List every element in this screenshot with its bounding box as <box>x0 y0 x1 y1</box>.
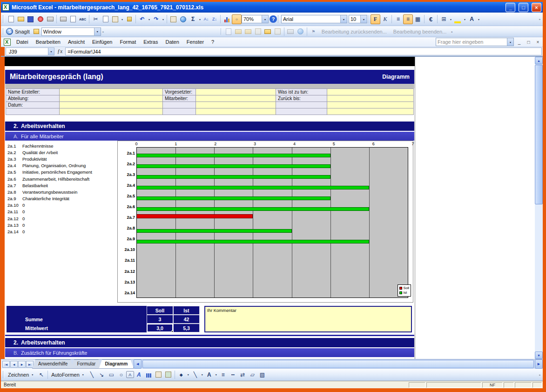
sheet-tab-formular[interactable]: Formular <box>71 359 101 369</box>
select-objects-icon[interactable]: ↖ <box>36 370 46 379</box>
line-style-icon[interactable]: ≡ <box>218 370 228 379</box>
text-color-dropdown-icon[interactable]: ▾ <box>214 370 218 379</box>
redo-dropdown-icon[interactable]: ▾ <box>161 14 165 24</box>
summary-ist-cell[interactable]: 42 <box>173 315 200 324</box>
toolbar-overflow-icon[interactable]: » <box>538 14 542 24</box>
paste-icon[interactable] <box>110 14 120 24</box>
form-input-cell[interactable] <box>196 89 276 95</box>
summary-soll-cell[interactable]: 3,0 <box>147 324 173 332</box>
next-sheet-icon[interactable]: ▶ <box>18 361 26 368</box>
vertical-scroll-thumb[interactable] <box>535 65 543 204</box>
question-box[interactable]: Frage hier eingeben ▾ <box>436 38 514 46</box>
new-icon[interactable] <box>6 14 16 24</box>
toolbar-grip[interactable] <box>3 28 4 35</box>
scroll-up-icon[interactable]: ▲ <box>535 57 543 64</box>
toolbar-grip[interactable] <box>278 15 279 23</box>
scroll-left-icon[interactable]: ◀ <box>134 359 142 369</box>
workbook-restore-button[interactable]: □ <box>525 39 533 46</box>
font-color-dropdown-icon[interactable]: ▾ <box>477 14 481 24</box>
insert-function-icon[interactable]: ƒx <box>54 48 65 55</box>
toolbar-grip[interactable] <box>3 371 4 378</box>
borders-button[interactable]: ⊞ <box>439 14 449 24</box>
question-dropdown-icon[interactable]: ▾ <box>507 38 513 46</box>
snagit-overflow-icon[interactable]: » <box>101 27 105 36</box>
form-input-cell[interactable] <box>327 95 414 102</box>
menu-einfgen[interactable]: Einfügen <box>88 38 116 46</box>
dash-style-icon[interactable]: ┅ <box>228 370 238 379</box>
review-overflow-icon[interactable]: » <box>450 27 454 36</box>
sort-descending-icon[interactable]: Z↓ <box>210 14 219 24</box>
help-icon[interactable]: ? <box>270 15 277 23</box>
font-name-combobox[interactable]: Arial ▾ <box>281 15 347 23</box>
rectangle-icon[interactable]: ▭ <box>107 370 116 379</box>
horizontal-scrollbar[interactable]: ◀ ▶ <box>134 359 543 369</box>
menu-extras[interactable]: Extras <box>140 38 162 46</box>
font-name-dropdown-icon[interactable]: ▾ <box>340 15 347 23</box>
autoformen-menu-button[interactable]: AutoFormen ▾ <box>49 370 87 379</box>
permission-icon[interactable] <box>35 14 45 24</box>
undo-icon[interactable]: ↶ <box>137 14 147 24</box>
euro-style-button[interactable]: € <box>426 14 436 24</box>
form-input-cell[interactable] <box>60 102 163 108</box>
name-box[interactable]: J39 <box>6 47 48 55</box>
zoom-dropdown-icon[interactable]: ▾ <box>262 15 268 23</box>
fill-color-dropdown-icon[interactable]: ▾ <box>463 14 467 24</box>
line-color-dropdown-icon[interactable]: ▾ <box>200 370 204 379</box>
mail-icon[interactable] <box>45 14 55 24</box>
close-button[interactable]: × <box>532 3 541 12</box>
menu-help[interactable]: ? <box>208 38 218 46</box>
align-left-button[interactable]: ≡ <box>393 14 403 24</box>
summary-ist-cell[interactable]: 5,3 <box>173 324 200 332</box>
oval-icon[interactable]: ○ <box>116 370 126 379</box>
arrow-style-icon[interactable]: ⇄ <box>238 370 248 379</box>
vertical-scroll-track[interactable] <box>535 204 543 351</box>
form-input-cell[interactable] <box>60 89 163 95</box>
fill-color-button[interactable] <box>453 14 463 24</box>
comment-box[interactable]: Ihr Kommentar <box>204 306 412 332</box>
chart-wizard-icon[interactable] <box>222 14 232 24</box>
copy-icon[interactable] <box>101 14 110 24</box>
open-original-icon[interactable] <box>263 27 273 36</box>
print-icon[interactable] <box>58 14 68 24</box>
line-icon[interactable]: ╲ <box>87 370 97 379</box>
undo-dropdown-icon[interactable]: ▾ <box>147 14 151 24</box>
shadow-style-icon[interactable]: ▱ <box>248 370 257 379</box>
arrow-icon[interactable]: ↘ <box>97 370 107 379</box>
line-color-button[interactable]: ╲ <box>190 370 200 379</box>
menu-fenster[interactable]: Fenster <box>183 38 208 46</box>
drawing-toggle-icon[interactable]: ○ <box>232 14 242 24</box>
menu-format[interactable]: Format <box>116 38 140 46</box>
text-color-button[interactable]: A <box>204 370 214 379</box>
form-input-cell[interactable] <box>327 102 414 108</box>
align-center-button[interactable]: ≡ <box>403 14 413 24</box>
format-painter-icon[interactable] <box>124 14 134 24</box>
sheet-tab-anwenderhilfe[interactable]: Anwenderhilfe <box>32 359 74 369</box>
bar-chart[interactable]: 01234567 2a.12a.22a.32a.42a.52a.62a.72a.… <box>117 141 413 303</box>
wordart-icon[interactable]: A <box>134 370 144 379</box>
shape-fill-dropdown-icon[interactable]: ▾ <box>186 370 190 379</box>
form-input-cell[interactable] <box>196 102 276 108</box>
euro-convert-icon[interactable] <box>169 14 178 24</box>
diagram-icon[interactable] <box>144 370 154 379</box>
redo-icon[interactable]: ↷ <box>151 14 161 24</box>
horizontal-scroll-thumb[interactable] <box>142 360 534 368</box>
workbook-minimize-button[interactable]: _ <box>515 39 523 46</box>
maximize-button[interactable]: □ <box>519 3 528 12</box>
toolbar-grip[interactable] <box>3 15 4 23</box>
form-input-cell[interactable] <box>60 95 163 102</box>
menu-datei[interactable]: Datei <box>13 38 32 46</box>
merge-center-button[interactable]: ▦ <box>413 14 423 24</box>
form-input-cell[interactable] <box>327 89 414 95</box>
last-sheet-icon[interactable]: ▶| <box>26 361 34 368</box>
zoom-combobox[interactable]: 70% ▾ <box>242 15 269 23</box>
autosum-icon[interactable]: Σ <box>188 14 198 24</box>
formula-input[interactable]: =Formular!J44 <box>65 47 542 55</box>
drawbar-overflow-icon[interactable]: » <box>538 370 542 379</box>
hyperlink-icon[interactable] <box>178 14 188 24</box>
summary-soll-cell[interactable]: 3 <box>147 315 173 324</box>
bold-button[interactable]: F <box>371 14 380 24</box>
sheet-tab-diagramm[interactable]: Diagramm <box>99 359 134 369</box>
borders-dropdown-icon[interactable]: ▾ <box>449 14 453 24</box>
zeichnen-menu-button[interactable]: Zeichnen ▾ <box>6 370 36 379</box>
threed-style-icon[interactable]: ▧ <box>257 370 267 379</box>
